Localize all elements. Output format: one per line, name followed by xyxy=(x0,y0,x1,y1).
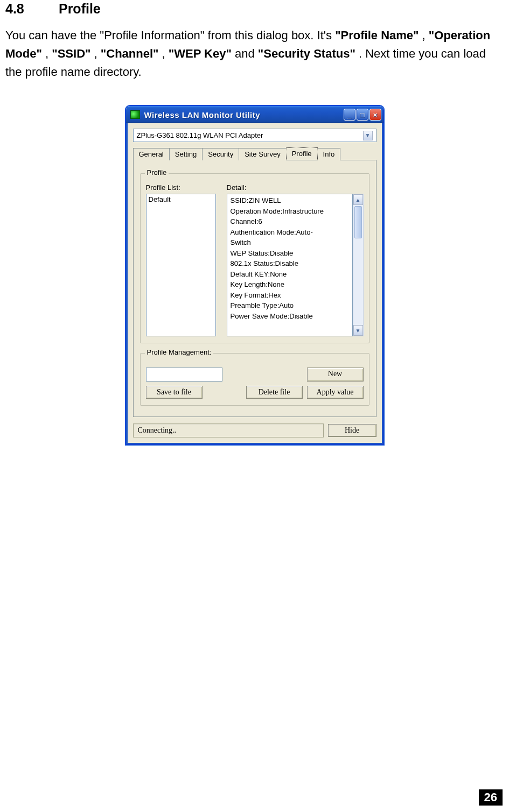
para-text: , xyxy=(94,47,101,60)
maximize-icon: □ xyxy=(357,109,368,120)
section-heading: 4.8 Profile xyxy=(5,1,504,17)
minimize-icon: _ xyxy=(344,109,355,120)
titlebar[interactable]: Wireless LAN Monitor Utility _ □ × xyxy=(126,106,384,123)
dialog-window: Wireless LAN Monitor Utility _ □ × ZPlus… xyxy=(125,105,384,445)
hide-button[interactable]: Hide xyxy=(328,424,376,437)
chevron-down-icon: ▼ xyxy=(363,131,373,140)
profile-mgmt-groupbox: Profile Management: New Save to file Del… xyxy=(140,353,369,406)
detail-line: WEP Status:Disable xyxy=(231,248,349,259)
profile-group-label: Profile xyxy=(145,168,169,176)
scroll-up-icon[interactable]: ▲ xyxy=(353,194,363,205)
tab-general[interactable]: General xyxy=(133,148,170,160)
close-icon: × xyxy=(370,109,381,120)
detail-textbox: SSID:ZIN WELL Operation Mode:Infrastruct… xyxy=(227,194,353,336)
para-bold: "Security Status" xyxy=(258,47,355,60)
para-bold: "Profile Name" xyxy=(335,29,419,42)
profile-groupbox: Profile Profile List: Default Detail: xyxy=(140,173,369,343)
scroll-down-icon[interactable]: ▼ xyxy=(353,325,363,336)
para-bold: "WEP Key" xyxy=(169,47,232,60)
detail-scrollbar[interactable]: ▲ ▼ xyxy=(353,194,364,336)
new-button[interactable]: New xyxy=(307,368,364,382)
para-text: You can have the "Profile Information" f… xyxy=(5,29,335,42)
tab-site-survey[interactable]: Site Survey xyxy=(239,148,286,160)
para-text: and xyxy=(235,47,258,60)
detail-line: SSID:ZIN WELL xyxy=(231,195,349,206)
scroll-thumb[interactable] xyxy=(354,206,362,238)
profile-list-label: Profile List: xyxy=(146,183,216,192)
maximize-button[interactable]: □ xyxy=(357,109,368,121)
delete-file-button[interactable]: Delete file xyxy=(246,386,303,399)
status-field: Connecting.. xyxy=(133,423,324,437)
tab-security[interactable]: Security xyxy=(202,148,239,160)
tab-strip: General Setting Security Site Survey Pro… xyxy=(133,147,376,160)
close-button[interactable]: × xyxy=(369,109,381,121)
para-text: , xyxy=(45,47,52,60)
adapter-dropdown[interactable]: ZPlus-G361 802.11g WLAN PCI Adapter ▼ xyxy=(133,129,376,142)
para-bold: "Channel" xyxy=(101,47,159,60)
tab-profile[interactable]: Profile xyxy=(286,147,318,160)
para-text: , xyxy=(422,29,429,42)
window-title: Wireless LAN Monitor Utility xyxy=(144,110,344,119)
detail-line: 802.1x Status:Disable xyxy=(231,258,349,269)
heading-number: 4.8 xyxy=(5,1,55,17)
detail-line: Authentication Mode:Auto- xyxy=(231,227,349,238)
detail-line: Preamble Type:Auto xyxy=(231,300,349,311)
para-text: , xyxy=(162,47,169,60)
profile-name-input[interactable] xyxy=(146,368,223,382)
tab-panel: Profile Profile List: Default Detail: xyxy=(133,160,376,417)
detail-line: Key Format:Hex xyxy=(231,290,349,301)
profile-listbox[interactable]: Default xyxy=(146,194,216,336)
adapter-value: ZPlus-G361 802.11g WLAN PCI Adapter xyxy=(137,131,263,139)
tab-setting[interactable]: Setting xyxy=(169,148,203,160)
body-paragraph: You can have the "Profile Information" f… xyxy=(5,26,504,81)
detail-line: Power Save Mode:Disable xyxy=(231,311,349,322)
para-bold: "SSID" xyxy=(52,47,90,60)
page-number: 26 xyxy=(479,789,503,806)
detail-line: Channel:6 xyxy=(231,216,349,227)
heading-title: Profile xyxy=(59,1,101,16)
tab-info[interactable]: Info xyxy=(317,148,341,160)
detail-line: Key Length:None xyxy=(231,279,349,290)
minimize-button[interactable]: _ xyxy=(344,109,355,121)
detail-line: Default KEY:None xyxy=(231,269,349,280)
detail-label: Detail: xyxy=(227,183,364,192)
profile-list-item[interactable]: Default xyxy=(149,195,213,203)
app-icon xyxy=(130,110,140,119)
apply-value-button[interactable]: Apply value xyxy=(307,386,364,399)
scroll-track[interactable] xyxy=(353,239,363,325)
mgmt-group-label: Profile Management: xyxy=(145,348,214,356)
save-to-file-button[interactable]: Save to file xyxy=(146,386,203,399)
detail-line: Switch xyxy=(231,237,349,248)
detail-line: Operation Mode:Infrastructure xyxy=(231,206,349,217)
